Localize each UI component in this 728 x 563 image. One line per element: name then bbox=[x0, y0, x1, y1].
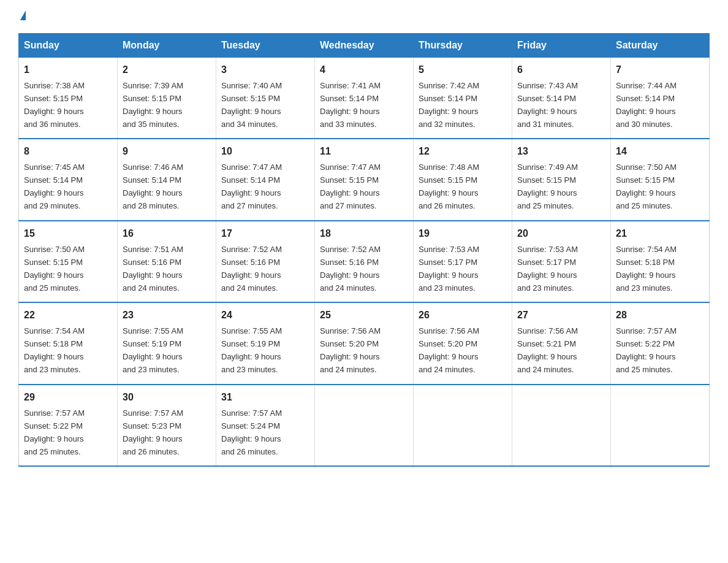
day-info: Sunrise: 7:39 AMSunset: 5:15 PMDaylight:… bbox=[123, 81, 183, 129]
day-number: 24 bbox=[221, 308, 309, 323]
day-info: Sunrise: 7:54 AMSunset: 5:18 PMDaylight:… bbox=[616, 245, 677, 293]
day-info: Sunrise: 7:55 AMSunset: 5:19 PMDaylight:… bbox=[123, 326, 183, 374]
day-number: 6 bbox=[517, 63, 605, 78]
calendar-cell: 21Sunrise: 7:54 AMSunset: 5:18 PMDayligh… bbox=[611, 221, 710, 302]
day-info: Sunrise: 7:57 AMSunset: 5:23 PMDaylight:… bbox=[123, 408, 183, 456]
calendar-cell: 18Sunrise: 7:52 AMSunset: 5:16 PMDayligh… bbox=[315, 221, 414, 302]
calendar-cell: 28Sunrise: 7:57 AMSunset: 5:22 PMDayligh… bbox=[611, 302, 710, 384]
calendar-cell: 15Sunrise: 7:50 AMSunset: 5:15 PMDayligh… bbox=[19, 221, 118, 302]
calendar-cell: 17Sunrise: 7:52 AMSunset: 5:16 PMDayligh… bbox=[216, 221, 315, 302]
calendar-cell: 14Sunrise: 7:50 AMSunset: 5:15 PMDayligh… bbox=[611, 139, 710, 220]
page-header bbox=[18, 12, 710, 22]
calendar-week-row: 15Sunrise: 7:50 AMSunset: 5:15 PMDayligh… bbox=[19, 221, 710, 302]
calendar-cell bbox=[315, 385, 414, 466]
day-number: 15 bbox=[24, 226, 112, 242]
day-number: 2 bbox=[123, 63, 211, 78]
day-number: 9 bbox=[123, 144, 211, 159]
day-info: Sunrise: 7:49 AMSunset: 5:15 PMDaylight:… bbox=[517, 163, 578, 210]
calendar-cell: 20Sunrise: 7:53 AMSunset: 5:17 PMDayligh… bbox=[512, 221, 611, 302]
day-info: Sunrise: 7:56 AMSunset: 5:21 PMDaylight:… bbox=[517, 326, 578, 374]
calendar-cell: 29Sunrise: 7:57 AMSunset: 5:22 PMDayligh… bbox=[19, 385, 118, 466]
day-info: Sunrise: 7:55 AMSunset: 5:19 PMDaylight:… bbox=[221, 326, 282, 374]
day-info: Sunrise: 7:50 AMSunset: 5:15 PMDaylight:… bbox=[24, 245, 85, 293]
day-info: Sunrise: 7:53 AMSunset: 5:17 PMDaylight:… bbox=[419, 245, 479, 293]
day-number: 10 bbox=[221, 144, 309, 159]
calendar-cell bbox=[414, 385, 512, 466]
day-number: 18 bbox=[320, 226, 408, 242]
day-number: 11 bbox=[320, 144, 408, 159]
day-info: Sunrise: 7:46 AMSunset: 5:14 PMDaylight:… bbox=[123, 163, 183, 210]
calendar-cell bbox=[512, 385, 611, 466]
day-info: Sunrise: 7:45 AMSunset: 5:14 PMDaylight:… bbox=[24, 163, 85, 210]
day-info: Sunrise: 7:41 AMSunset: 5:14 PMDaylight:… bbox=[320, 81, 381, 129]
day-number: 16 bbox=[123, 226, 211, 242]
day-info: Sunrise: 7:43 AMSunset: 5:14 PMDaylight:… bbox=[517, 81, 578, 129]
day-info: Sunrise: 7:47 AMSunset: 5:14 PMDaylight:… bbox=[221, 163, 282, 210]
day-number: 27 bbox=[517, 308, 605, 323]
day-info: Sunrise: 7:52 AMSunset: 5:16 PMDaylight:… bbox=[221, 245, 282, 293]
header-thursday: Thursday bbox=[414, 34, 512, 58]
calendar-cell: 5Sunrise: 7:42 AMSunset: 5:14 PMDaylight… bbox=[414, 58, 512, 139]
day-info: Sunrise: 7:54 AMSunset: 5:18 PMDaylight:… bbox=[24, 326, 85, 374]
calendar-cell: 2Sunrise: 7:39 AMSunset: 5:15 PMDaylight… bbox=[118, 58, 216, 139]
day-number: 8 bbox=[24, 144, 112, 159]
calendar-cell: 26Sunrise: 7:56 AMSunset: 5:20 PMDayligh… bbox=[414, 302, 512, 384]
header-monday: Monday bbox=[118, 34, 216, 58]
calendar-cell: 16Sunrise: 7:51 AMSunset: 5:16 PMDayligh… bbox=[118, 221, 216, 302]
calendar-cell: 8Sunrise: 7:45 AMSunset: 5:14 PMDaylight… bbox=[19, 139, 118, 220]
day-info: Sunrise: 7:38 AMSunset: 5:15 PMDaylight:… bbox=[24, 81, 85, 129]
calendar-week-row: 8Sunrise: 7:45 AMSunset: 5:14 PMDaylight… bbox=[19, 139, 710, 220]
day-info: Sunrise: 7:53 AMSunset: 5:17 PMDaylight:… bbox=[517, 245, 578, 293]
header-tuesday: Tuesday bbox=[216, 34, 315, 58]
calendar-table: SundayMondayTuesdayWednesdayThursdayFrid… bbox=[18, 33, 710, 467]
calendar-header-row: SundayMondayTuesdayWednesdayThursdayFrid… bbox=[19, 34, 710, 58]
calendar-cell: 3Sunrise: 7:40 AMSunset: 5:15 PMDaylight… bbox=[216, 58, 315, 139]
header-friday: Friday bbox=[512, 34, 611, 58]
day-number: 23 bbox=[123, 308, 211, 323]
calendar-cell: 27Sunrise: 7:56 AMSunset: 5:21 PMDayligh… bbox=[512, 302, 611, 384]
calendar-cell bbox=[611, 385, 710, 466]
day-info: Sunrise: 7:52 AMSunset: 5:16 PMDaylight:… bbox=[320, 245, 381, 293]
header-wednesday: Wednesday bbox=[315, 34, 414, 58]
day-number: 5 bbox=[419, 63, 507, 78]
day-number: 29 bbox=[24, 390, 112, 405]
day-number: 7 bbox=[616, 63, 704, 78]
day-info: Sunrise: 7:51 AMSunset: 5:16 PMDaylight:… bbox=[123, 245, 183, 293]
calendar-cell: 1Sunrise: 7:38 AMSunset: 5:15 PMDaylight… bbox=[19, 58, 118, 139]
header-sunday: Sunday bbox=[19, 34, 118, 58]
day-number: 13 bbox=[517, 144, 605, 159]
day-info: Sunrise: 7:48 AMSunset: 5:15 PMDaylight:… bbox=[419, 163, 479, 210]
calendar-cell: 12Sunrise: 7:48 AMSunset: 5:15 PMDayligh… bbox=[414, 139, 512, 220]
day-number: 28 bbox=[616, 308, 704, 323]
day-number: 22 bbox=[24, 308, 112, 323]
day-number: 26 bbox=[419, 308, 507, 323]
day-number: 20 bbox=[517, 226, 605, 242]
day-info: Sunrise: 7:57 AMSunset: 5:22 PMDaylight:… bbox=[616, 326, 677, 374]
calendar-cell: 7Sunrise: 7:44 AMSunset: 5:14 PMDaylight… bbox=[611, 58, 710, 139]
day-number: 21 bbox=[616, 226, 704, 242]
calendar-cell: 31Sunrise: 7:57 AMSunset: 5:24 PMDayligh… bbox=[216, 385, 315, 466]
calendar-week-row: 29Sunrise: 7:57 AMSunset: 5:22 PMDayligh… bbox=[19, 385, 710, 466]
calendar-cell: 6Sunrise: 7:43 AMSunset: 5:14 PMDaylight… bbox=[512, 58, 611, 139]
day-number: 4 bbox=[320, 63, 408, 78]
day-number: 17 bbox=[221, 226, 309, 242]
day-number: 3 bbox=[221, 63, 309, 78]
calendar-cell: 10Sunrise: 7:47 AMSunset: 5:14 PMDayligh… bbox=[216, 139, 315, 220]
calendar-cell: 9Sunrise: 7:46 AMSunset: 5:14 PMDaylight… bbox=[118, 139, 216, 220]
day-info: Sunrise: 7:47 AMSunset: 5:15 PMDaylight:… bbox=[320, 163, 381, 210]
calendar-cell: 11Sunrise: 7:47 AMSunset: 5:15 PMDayligh… bbox=[315, 139, 414, 220]
logo bbox=[18, 12, 26, 22]
day-number: 19 bbox=[419, 226, 507, 242]
calendar-cell: 22Sunrise: 7:54 AMSunset: 5:18 PMDayligh… bbox=[19, 302, 118, 384]
day-number: 1 bbox=[24, 63, 112, 78]
calendar-cell: 24Sunrise: 7:55 AMSunset: 5:19 PMDayligh… bbox=[216, 302, 315, 384]
day-info: Sunrise: 7:42 AMSunset: 5:14 PMDaylight:… bbox=[419, 81, 479, 129]
logo-triangle-icon bbox=[20, 10, 26, 20]
day-info: Sunrise: 7:57 AMSunset: 5:24 PMDaylight:… bbox=[221, 408, 282, 456]
day-number: 31 bbox=[221, 390, 309, 405]
header-saturday: Saturday bbox=[611, 34, 710, 58]
calendar-cell: 19Sunrise: 7:53 AMSunset: 5:17 PMDayligh… bbox=[414, 221, 512, 302]
day-info: Sunrise: 7:40 AMSunset: 5:15 PMDaylight:… bbox=[221, 81, 282, 129]
calendar-cell: 30Sunrise: 7:57 AMSunset: 5:23 PMDayligh… bbox=[118, 385, 216, 466]
day-number: 25 bbox=[320, 308, 408, 323]
